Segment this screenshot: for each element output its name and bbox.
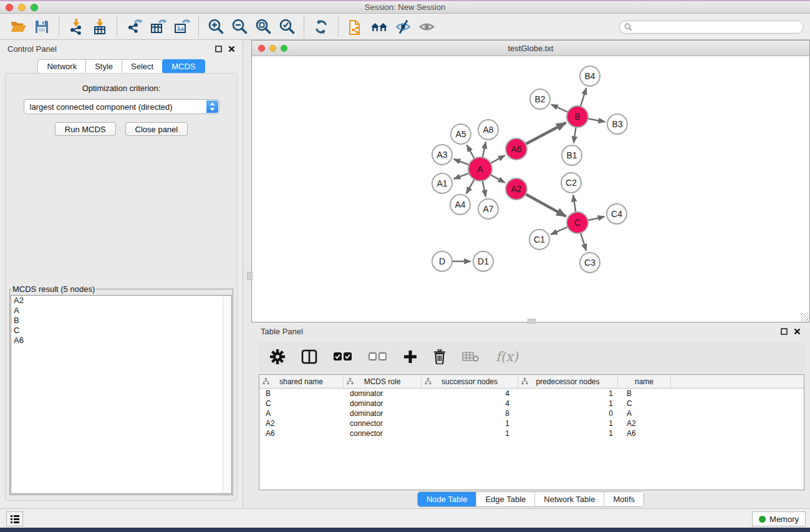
graph-node-A7[interactable]: A7 [478, 199, 498, 219]
tab-select[interactable]: Select [122, 59, 162, 74]
graph-node-A4[interactable]: A4 [450, 195, 470, 215]
zoom-selected-icon[interactable] [275, 16, 299, 37]
delete-table-icon[interactable] [462, 351, 480, 363]
memory-button[interactable]: Memory [752, 511, 806, 526]
tab-edge-table[interactable]: Edge Table [476, 492, 535, 506]
table-cell[interactable]: A2 [259, 418, 344, 428]
graph-node-B[interactable]: B [567, 106, 588, 127]
table-cell[interactable]: A [618, 409, 671, 418]
import-table-icon[interactable] [88, 16, 112, 37]
delete-column-icon[interactable] [433, 349, 446, 364]
graph-edge-B-B2[interactable] [551, 104, 568, 112]
table-row[interactable]: Bdominator41B [259, 389, 804, 399]
export-network-icon[interactable] [122, 16, 146, 37]
show-graphics-details-icon[interactable] [415, 16, 438, 37]
graph-edge-A-A1[interactable] [454, 173, 470, 179]
window-resize-grip[interactable] [801, 313, 809, 321]
tab-network[interactable]: Network [37, 59, 85, 74]
node-table[interactable]: shared nameMCDS rolesuccessor nodesprede… [259, 374, 804, 490]
table-cell[interactable]: 1 [518, 399, 618, 409]
table-cell[interactable]: 4 [422, 399, 518, 409]
import-network-icon[interactable] [64, 16, 88, 37]
column-header-shared-name[interactable]: shared name [259, 375, 344, 388]
graph-edge-A-A7[interactable] [483, 180, 486, 197]
graph-node-C1[interactable]: C1 [529, 230, 549, 249]
graph-edge-C-C2[interactable] [573, 195, 576, 213]
task-history-button[interactable] [6, 511, 23, 526]
table-row[interactable]: Cdominator41C [259, 399, 804, 409]
network-graph[interactable]: AA6A2BCA1A3A5A8A4A7B1B2B3B4C1C2C3C4DD1 [252, 56, 809, 322]
refresh-layout-icon[interactable] [309, 16, 333, 37]
select-all-icon[interactable] [334, 352, 352, 362]
graph-node-A8[interactable]: A8 [478, 120, 498, 140]
vertical-split-handle[interactable] [247, 272, 253, 280]
tab-mcds[interactable]: MCDS [162, 59, 205, 74]
zoom-fit-icon[interactable] [251, 16, 275, 37]
table-cell[interactable]: dominator [344, 409, 422, 418]
graph-node-A5[interactable]: A5 [451, 124, 471, 144]
table-cell[interactable]: 1 [518, 418, 618, 428]
add-column-icon[interactable] [403, 350, 417, 364]
first-neighbors-icon[interactable] [367, 16, 391, 37]
close-panel-icon[interactable] [794, 328, 801, 335]
graph-edge-A6-B[interactable] [525, 123, 566, 145]
table-cell[interactable]: dominator [344, 389, 422, 399]
run-mcds-button[interactable]: Run MCDS [55, 122, 116, 136]
graph-node-A1[interactable]: A1 [432, 173, 452, 193]
mcds-result-item[interactable]: B [11, 316, 231, 326]
graph-node-A2[interactable]: A2 [506, 178, 527, 200]
graph-edge-A-A8[interactable] [483, 142, 486, 158]
graph-node-B4[interactable]: B4 [580, 66, 600, 86]
float-panel-icon[interactable] [781, 328, 788, 335]
horizontal-split-handle[interactable] [528, 319, 536, 324]
graph-node-C2[interactable]: C2 [561, 173, 581, 193]
table-cell[interactable]: 1 [518, 389, 618, 399]
table-cell[interactable]: 8 [422, 409, 518, 418]
search-input[interactable] [632, 23, 803, 32]
criterion-select[interactable]: largest connected component (directed) [24, 99, 219, 114]
export-image-icon[interactable] [170, 16, 193, 37]
float-panel-icon[interactable] [215, 46, 222, 52]
graph-edge-A-A3[interactable] [454, 159, 470, 165]
graph-node-C3[interactable]: C3 [580, 253, 600, 273]
table-row[interactable]: A2connector11A2 [259, 418, 804, 428]
graph-edge-B-B4[interactable] [581, 88, 586, 107]
tab-motifs[interactable]: Motifs [604, 492, 644, 506]
graph-node-D[interactable]: D [432, 251, 452, 271]
graph-node-A3[interactable]: A3 [432, 145, 452, 165]
table-cell[interactable]: connector [344, 428, 422, 438]
graph-node-D1[interactable]: D1 [473, 251, 493, 271]
column-header-predecessor-nodes[interactable]: predecessor nodes [518, 375, 618, 388]
table-cell[interactable]: C [618, 399, 671, 409]
table-cell[interactable]: B [259, 389, 344, 399]
tab-node-table[interactable]: Node Table [418, 492, 477, 506]
zoom-out-icon[interactable] [228, 16, 251, 37]
show-columns-icon[interactable] [301, 349, 317, 364]
table-cell[interactable]: 1 [518, 428, 618, 438]
table-cell[interactable]: A6 [618, 428, 671, 438]
column-header-successor-nodes[interactable]: successor nodes [422, 375, 518, 388]
list-scrollbar[interactable] [223, 296, 231, 493]
new-network-from-selection-icon[interactable] [344, 16, 367, 37]
graph-edge-A-A2[interactable] [490, 175, 505, 183]
graph-edge-B-B3[interactable] [587, 118, 605, 122]
table-row[interactable]: A6connector11A6 [259, 428, 804, 438]
table-cell[interactable]: B [618, 389, 671, 399]
table-cell[interactable]: 1 [422, 418, 518, 428]
mcds-result-item[interactable]: A6 [11, 336, 231, 346]
graph-edge-C-C1[interactable] [551, 226, 568, 234]
graph-edge-A-A4[interactable] [466, 179, 475, 194]
mcds-result-item[interactable]: A2 [11, 296, 231, 306]
mcds-result-list[interactable]: A2ABCA6 [11, 295, 232, 494]
hide-graphics-details-icon[interactable] [391, 16, 415, 37]
save-session-icon[interactable] [30, 16, 54, 37]
table-cell[interactable]: 1 [422, 428, 518, 438]
function-builder-icon[interactable]: f(x) [496, 349, 518, 364]
tab-network-table[interactable]: Network Table [535, 492, 604, 506]
close-panel-button[interactable]: Close panel [125, 122, 188, 136]
table-cell[interactable]: A6 [259, 428, 344, 438]
close-panel-icon[interactable] [228, 46, 235, 52]
mcds-result-item[interactable]: A [11, 306, 231, 316]
mcds-result-item[interactable]: C [11, 326, 231, 336]
graph-node-C4[interactable]: C4 [607, 204, 627, 224]
